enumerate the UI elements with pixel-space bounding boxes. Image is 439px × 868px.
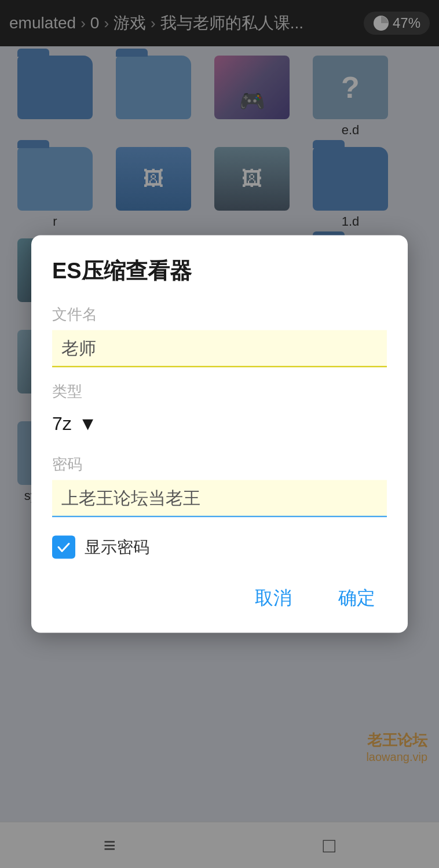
checkmark-icon — [56, 540, 71, 555]
type-value: 7z — [52, 413, 72, 435]
password-label: 密码 — [52, 454, 387, 475]
dialog-actions: 取消 确定 — [52, 580, 387, 617]
type-label: 类型 — [52, 381, 387, 402]
show-password-label: 显示密码 — [85, 536, 149, 558]
show-password-row: 显示密码 — [52, 536, 387, 559]
filename-input[interactable] — [52, 330, 387, 367]
filename-label: 文件名 — [52, 304, 387, 325]
show-password-checkbox[interactable] — [52, 536, 75, 559]
cancel-button[interactable]: 取消 — [243, 580, 303, 617]
es-compress-dialog: ES压缩查看器 文件名 类型 7z ▼ 密码 显示密码 取消 确定 — [31, 236, 408, 633]
type-row: 类型 7z ▼ — [52, 381, 387, 440]
password-input[interactable] — [52, 480, 387, 517]
type-select[interactable]: 7z ▼ — [52, 407, 387, 440]
dialog-title: ES压缩查看器 — [52, 256, 387, 286]
dropdown-arrow-icon: ▼ — [79, 413, 97, 435]
confirm-button[interactable]: 确定 — [327, 580, 387, 617]
